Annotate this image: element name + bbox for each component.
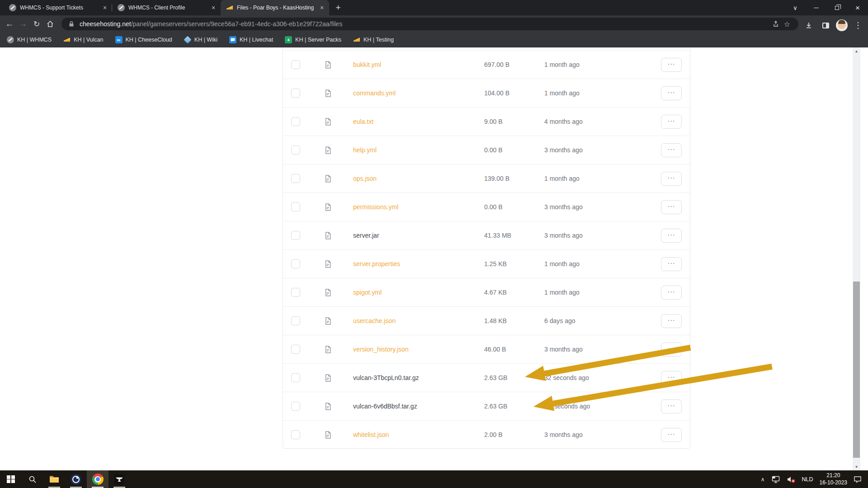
row-actions-button[interactable]: ··· [661,143,682,157]
tab-close-icon[interactable]: × [210,4,217,11]
file-name-link[interactable]: version_history.json [353,346,409,353]
bookmark-item[interactable]: KH | Wiki [184,36,223,43]
minimize-button[interactable] [806,0,826,15]
bookmark-star-icon[interactable]: ☆ [781,18,793,30]
row-actions-button[interactable]: ··· [661,115,682,129]
close-button[interactable]: × [847,0,868,15]
taskbar-obs-studio[interactable] [65,470,87,488]
row-checkbox[interactable] [291,259,300,268]
tray-expand-icon[interactable]: ∧ [761,476,765,483]
bookmark-item[interactable]: KH | WHMCS [7,36,57,43]
table-row: whitelist.json 2.00 B 3 months ago ··· [283,420,690,449]
file-icon [325,260,331,270]
file-icon [325,175,331,184]
restore-button[interactable] [826,0,847,15]
file-modified: 32 seconds ago [544,374,589,381]
row-checkbox[interactable] [291,288,300,297]
row-actions-button[interactable]: ··· [661,286,682,300]
row-checkbox[interactable] [291,231,300,240]
bookmark-item[interactable]: KH | Testing [353,36,400,43]
file-icon [325,203,331,213]
row-actions-button[interactable]: ··· [661,257,682,271]
minimize-icon [814,8,819,8]
file-name-link[interactable]: spigot.yml [353,289,382,296]
file-icon [325,146,331,156]
row-actions-button[interactable]: ··· [661,428,682,442]
new-tab-button[interactable]: + [332,1,344,14]
side-panel-icon[interactable] [819,19,832,32]
row-checkbox[interactable] [291,345,300,354]
profile-avatar[interactable] [836,19,848,31]
tab-close-icon[interactable]: × [101,4,108,11]
taskbar-file-explorer[interactable] [43,470,65,488]
start-button[interactable] [0,470,22,488]
file-name-link[interactable]: bukkit.yml [353,61,381,68]
scroll-down-icon[interactable]: ▼ [853,463,860,470]
row-checkbox[interactable] [291,145,300,155]
file-name-link[interactable]: eula.txt [353,118,373,125]
row-checkbox[interactable] [291,316,300,325]
bookmark-favicon-icon: + [285,36,292,43]
file-name-link[interactable]: commands.yml [353,89,396,97]
file-name-link[interactable]: usercache.json [353,317,396,324]
row-checkbox[interactable] [291,430,300,439]
downloads-icon[interactable] [802,19,815,32]
table-row: spigot.yml 4.67 KB 1 month ago ··· [283,278,690,306]
language-indicator[interactable]: NLD [802,476,813,483]
file-name-link[interactable]: server.jar [353,232,379,239]
file-name-link[interactable]: server.properties [353,260,400,267]
reload-button[interactable]: ↻ [30,17,43,31]
browser-tab[interactable]: Files - Poar Boys - KaasHosting × [221,0,329,15]
curseforge-anvil-icon [114,474,124,484]
row-actions-button[interactable]: ··· [661,86,682,100]
home-button[interactable] [43,17,57,31]
volume-muted-icon[interactable] [787,476,796,483]
file-name-link[interactable]: permissions.yml [353,203,398,211]
file-name-link[interactable]: help.yml [353,146,377,154]
row-actions-button[interactable]: ··· [661,172,682,186]
row-checkbox[interactable] [291,202,300,211]
file-name-link[interactable]: vulcan-6v6dBbsf.tar.gz [353,403,417,410]
row-checkbox[interactable] [291,117,300,126]
taskbar-curseforge[interactable] [108,470,130,488]
taskbar-chrome[interactable] [87,470,108,488]
scrollbar-thumb[interactable] [853,282,860,458]
row-checkbox[interactable] [291,373,300,382]
address-bar[interactable]: cheesehosting.net /panel/gameservers/ser… [61,18,798,30]
row-actions-button[interactable]: ··· [661,229,682,243]
scroll-up-icon[interactable]: ▲ [853,47,860,55]
bookmark-item[interactable]: + KH | Server Packs [285,36,347,43]
scrollbar[interactable]: ▲ ▼ [853,47,860,470]
row-checkbox[interactable] [291,174,300,183]
bookmark-item[interactable]: KH | Livechat [229,36,279,43]
file-name-link[interactable]: ops.json [353,175,377,182]
file-modified: 3 months ago [544,346,583,353]
bookmark-item[interactable]: ∞ KH | CheeseCloud [115,36,178,43]
file-name-link[interactable]: vulcan-3TbcpLn0.tar.gz [353,374,419,381]
forward-button[interactable]: → [16,17,30,31]
bookmark-item[interactable]: KH | Vulcan [63,36,109,43]
row-actions-button[interactable]: ··· [661,399,682,413]
share-icon[interactable] [769,18,781,30]
tab-close-icon[interactable]: × [318,4,326,11]
tab-search-chevron-icon[interactable]: ∨ [785,0,806,15]
taskbar-search-button[interactable] [22,470,43,488]
browser-tab[interactable]: WHMCS - Client Profile × [112,0,221,15]
row-checkbox[interactable] [291,402,300,411]
lock-icon[interactable] [69,21,74,27]
row-actions-button[interactable]: ··· [661,314,682,328]
back-button[interactable]: ← [3,17,16,31]
clock[interactable]: 21:20 16-10-2023 [820,472,847,486]
row-checkbox[interactable] [291,60,300,69]
row-actions-button[interactable]: ··· [661,58,682,72]
browser-menu-icon[interactable]: ⋮ [852,19,864,32]
row-actions-button[interactable]: ··· [661,200,682,214]
url-domain: cheesehosting.net [80,20,131,28]
file-name-link[interactable]: whitelist.json [353,431,389,438]
tab-favicon-icon [118,4,125,11]
browser-tab[interactable]: WHMCS - Support Tickets × [4,0,112,15]
network-icon[interactable] [771,476,780,483]
row-checkbox[interactable] [291,89,300,98]
action-center-icon[interactable] [854,476,862,483]
table-row: vulcan-6v6dBbsf.tar.gz 2.63 GB seconds a… [283,392,690,420]
